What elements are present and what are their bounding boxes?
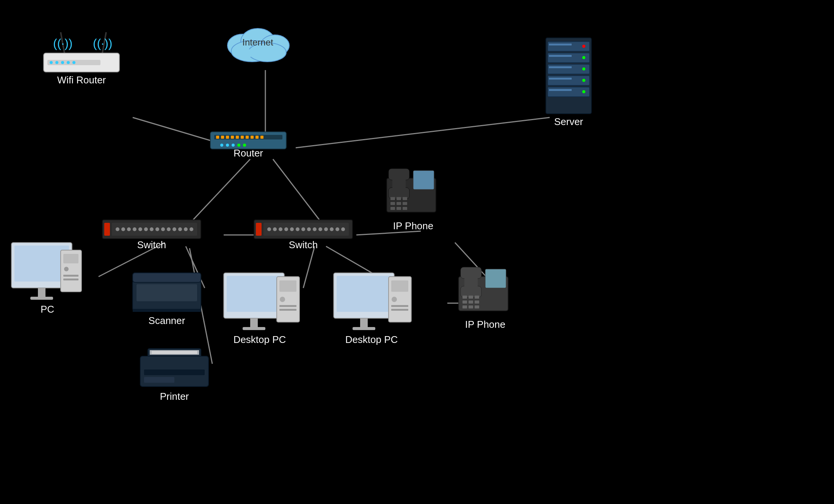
svg-rect-138: [250, 318, 258, 328]
svg-point-74: [121, 227, 125, 231]
svg-point-97: [301, 227, 305, 231]
svg-rect-107: [413, 171, 434, 189]
svg-text:((·)): ((·)): [93, 36, 113, 50]
svg-rect-134: [133, 309, 201, 312]
svg-text:PC: PC: [41, 304, 54, 315]
svg-rect-124: [30, 297, 53, 300]
svg-rect-25: [216, 136, 219, 139]
svg-point-80: [155, 227, 159, 231]
svg-point-37: [232, 144, 235, 147]
server-node: Server: [546, 38, 591, 127]
svg-point-86: [190, 227, 193, 231]
svg-rect-119: [403, 207, 407, 210]
svg-point-91: [267, 227, 271, 231]
svg-point-38: [237, 144, 240, 147]
svg-rect-128: [63, 275, 78, 277]
svg-rect-28: [231, 136, 234, 139]
svg-rect-71: [104, 223, 110, 236]
svg-text:Internet: Internet: [242, 37, 273, 47]
svg-point-78: [144, 227, 148, 231]
svg-text:Switch: Switch: [137, 239, 166, 250]
svg-rect-118: [397, 207, 401, 210]
svg-point-93: [279, 227, 282, 231]
svg-point-36: [226, 144, 229, 147]
svg-point-95: [290, 227, 294, 231]
svg-rect-63: [549, 89, 572, 91]
svg-point-39: [243, 144, 246, 147]
svg-text:Server: Server: [554, 116, 583, 127]
svg-rect-167: [464, 277, 478, 288]
svg-rect-155: [360, 318, 368, 328]
svg-rect-161: [391, 309, 408, 311]
svg-point-85: [184, 227, 188, 231]
svg-rect-110: [392, 178, 406, 189]
svg-rect-158: [391, 280, 408, 292]
svg-rect-115: [397, 202, 401, 205]
svg-rect-144: [279, 309, 296, 311]
svg-point-50: [67, 61, 70, 64]
svg-rect-168: [462, 296, 467, 299]
svg-point-142: [280, 297, 285, 302]
svg-point-77: [138, 227, 142, 231]
svg-point-102: [330, 227, 334, 231]
svg-point-66: [582, 67, 585, 70]
svg-rect-137: [227, 276, 281, 312]
svg-point-64: [582, 45, 585, 48]
svg-rect-175: [469, 305, 473, 308]
svg-point-82: [167, 227, 171, 231]
svg-point-83: [172, 227, 176, 231]
svg-point-84: [178, 227, 182, 231]
svg-rect-32: [251, 136, 254, 139]
svg-point-100: [318, 227, 322, 231]
svg-rect-31: [246, 136, 249, 139]
svg-rect-149: [144, 377, 174, 383]
svg-rect-174: [462, 305, 467, 308]
svg-point-104: [341, 227, 345, 231]
svg-rect-112: [397, 197, 401, 200]
ip-phone1-node: IP Phone: [387, 169, 436, 232]
svg-point-92: [273, 227, 277, 231]
svg-rect-172: [469, 301, 473, 304]
svg-rect-20: [241, 49, 279, 57]
svg-rect-114: [390, 202, 395, 205]
svg-rect-116: [403, 202, 407, 205]
svg-text:Scanner: Scanner: [149, 315, 185, 326]
svg-rect-148: [144, 369, 205, 375]
svg-rect-0: [0, 0, 834, 504]
svg-rect-170: [475, 296, 479, 299]
svg-point-68: [582, 90, 585, 93]
svg-text:Wifi Router: Wifi Router: [57, 74, 106, 86]
svg-rect-26: [221, 136, 224, 139]
svg-rect-139: [243, 327, 265, 330]
svg-text:IP Phone: IP Phone: [465, 319, 506, 330]
svg-point-65: [582, 56, 585, 59]
svg-rect-126: [63, 254, 78, 263]
svg-rect-61: [549, 66, 572, 68]
svg-rect-164: [485, 269, 506, 288]
svg-rect-89: [256, 223, 262, 236]
svg-text:IP Phone: IP Phone: [393, 220, 434, 232]
ip-phone2-node: IP Phone: [459, 267, 508, 330]
svg-text:Desktop PC: Desktop PC: [345, 334, 398, 345]
svg-rect-129: [63, 279, 78, 280]
svg-rect-62: [549, 78, 572, 80]
svg-point-96: [296, 227, 299, 231]
svg-rect-29: [236, 136, 239, 139]
svg-rect-33: [256, 136, 259, 139]
svg-point-67: [582, 79, 585, 82]
svg-text:Printer: Printer: [160, 391, 189, 402]
svg-point-99: [313, 227, 317, 231]
svg-point-94: [284, 227, 288, 231]
svg-point-159: [392, 297, 397, 302]
svg-rect-151: [152, 351, 197, 354]
svg-rect-176: [475, 305, 479, 308]
svg-rect-169: [469, 296, 473, 299]
svg-rect-173: [475, 301, 479, 304]
svg-rect-111: [390, 197, 395, 200]
svg-rect-132: [133, 273, 201, 282]
svg-rect-113: [403, 197, 407, 200]
svg-point-76: [133, 227, 136, 231]
svg-rect-59: [549, 44, 572, 45]
svg-rect-117: [390, 207, 395, 210]
svg-text:Router: Router: [234, 147, 263, 159]
